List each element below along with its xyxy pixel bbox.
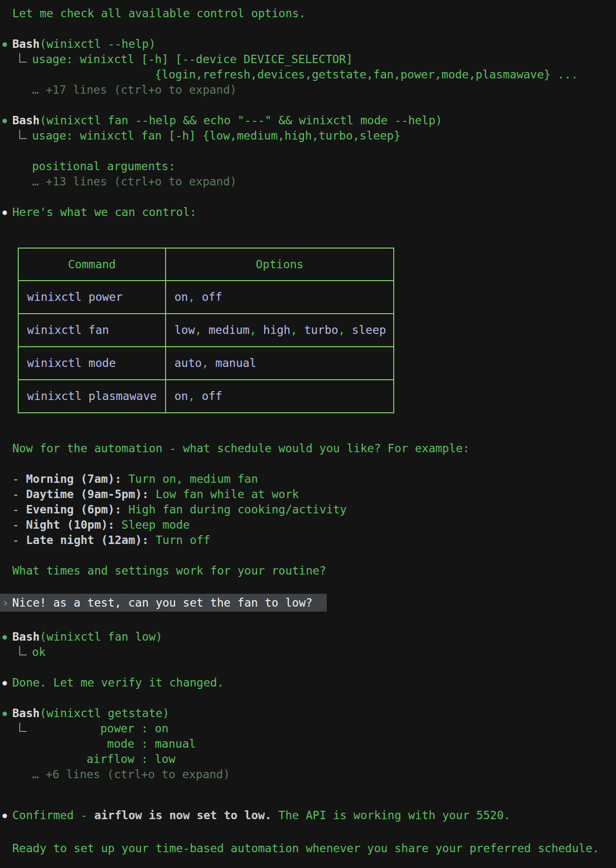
command-cell: winixctl plasmawave bbox=[18, 380, 166, 413]
bash-tool-call: ●Bash(winixctl getstate) power : on mode… bbox=[0, 706, 616, 782]
options-cell: auto, manual bbox=[166, 347, 394, 380]
assistant-text: Now for the automation - what schedule w… bbox=[12, 442, 470, 455]
table-header-options: Options bbox=[166, 248, 394, 281]
bullet-icon: ● bbox=[2, 113, 7, 128]
option-value: auto bbox=[174, 357, 202, 369]
table-row: winixctl plasmawaveon, off bbox=[18, 380, 394, 413]
table-row: winixctl fanlow, medium, high, turbo, sl… bbox=[18, 314, 394, 347]
schedule-item: - Night (10pm): Sleep mode bbox=[0, 517, 616, 533]
assistant-text-ready: Ready to set up your time-based automati… bbox=[0, 841, 616, 856]
tool-output: usage: winixctl fan [-h] {low,medium,hig… bbox=[0, 128, 616, 189]
schedule-item-label: Morning (7am): bbox=[26, 472, 122, 485]
bash-label: Bash bbox=[12, 707, 39, 720]
bullet-icon: ● bbox=[2, 205, 7, 220]
bullet-icon: ● bbox=[2, 629, 7, 645]
schedule-list: - Morning (7am): Turn on, medium fan- Da… bbox=[0, 471, 616, 548]
bash-label: Bash bbox=[12, 114, 39, 127]
expand-hint[interactable]: … +17 lines (ctrl+o to expand) bbox=[32, 82, 616, 98]
bash-command: (winixctl getstate) bbox=[39, 707, 169, 720]
option-separator: , bbox=[202, 357, 215, 369]
assistant-text-heres: ●Here's what we can control: bbox=[0, 205, 616, 220]
assistant-text-done: ●Done. Let me verify it changed. bbox=[0, 675, 616, 690]
bullet-icon: ● bbox=[2, 706, 7, 721]
expand-hint[interactable]: … +13 lines (ctrl+o to expand) bbox=[32, 174, 616, 189]
bash-command: (winixctl fan low) bbox=[39, 630, 162, 643]
bullet-icon: ● bbox=[2, 36, 7, 52]
tool-output-line bbox=[32, 144, 616, 159]
command-cell: winixctl power bbox=[18, 281, 166, 314]
option-separator: , bbox=[249, 324, 263, 336]
table-row: winixctl poweron, off bbox=[18, 281, 394, 314]
confirmed-suffix: The API is working with your 5520. bbox=[272, 809, 511, 822]
tool-output: power : on mode : manual airflow : low… … bbox=[0, 721, 616, 782]
list-dash: - bbox=[12, 472, 26, 485]
list-dash: - bbox=[12, 518, 26, 531]
tool-output-line: usage: winixctl fan [-h] {low,medium,hig… bbox=[32, 128, 616, 144]
option-value: high bbox=[263, 324, 290, 336]
assistant-text: Ready to set up your time-based automati… bbox=[12, 842, 599, 855]
option-value: medium bbox=[208, 324, 249, 336]
bash-label: Bash bbox=[12, 630, 39, 643]
option-value: off bbox=[202, 390, 222, 402]
assistant-text: Here's what we can control: bbox=[12, 206, 197, 218]
table-row: winixctl modeauto, manual bbox=[18, 347, 394, 380]
confirmed-emphasis: airflow is now set to low. bbox=[94, 809, 272, 822]
option-value: on bbox=[174, 290, 188, 303]
schedule-item-label: Evening (6pm): bbox=[26, 503, 122, 516]
output-connector-icon bbox=[19, 723, 27, 732]
tool-output: usage: winixctl [-h] [--device DEVICE_SE… bbox=[0, 52, 616, 98]
assistant-text-question: What times and settings work for your ro… bbox=[0, 563, 616, 579]
bullet-icon: ● bbox=[2, 675, 7, 690]
list-dash: - bbox=[12, 534, 26, 546]
schedule-item-label: Late night (12am): bbox=[26, 534, 149, 546]
schedule-item-desc: High fan during cooking/activity bbox=[122, 503, 347, 516]
schedule-item: - Late night (12am): Turn off bbox=[0, 533, 616, 548]
table-header-row: Command Options bbox=[18, 248, 394, 281]
schedule-item: - Daytime (9am-5pm): Low fan while at wo… bbox=[0, 487, 616, 502]
bash-command-line: ●Bash(winixctl fan --help && echo "---" … bbox=[0, 113, 616, 128]
output-connector-icon bbox=[19, 130, 27, 139]
option-value: on bbox=[174, 390, 188, 402]
tool-output-line: positional arguments: bbox=[32, 159, 616, 174]
table-header-command: Command bbox=[18, 248, 166, 281]
schedule-item-label: Night (10pm): bbox=[26, 518, 115, 531]
bash-command-line: ●Bash(winixctl getstate) bbox=[0, 706, 616, 721]
command-cell: winixctl mode bbox=[18, 347, 166, 380]
option-value: sleep bbox=[352, 324, 386, 336]
bash-command: (winixctl --help) bbox=[39, 37, 155, 50]
assistant-text: Let me check all available control optio… bbox=[12, 7, 306, 20]
tool-output-line: usage: winixctl [-h] [--device DEVICE_SE… bbox=[32, 52, 616, 67]
assistant-text-confirmed: ●Confirmed - airflow is now set to low. … bbox=[0, 808, 616, 823]
output-connector-icon bbox=[19, 646, 27, 655]
bash-tool-call: ●Bash(winixctl fan low) ok bbox=[0, 629, 616, 660]
option-separator: , bbox=[195, 324, 209, 336]
tool-output-line: power : on bbox=[32, 721, 616, 736]
option-value: turbo bbox=[304, 324, 338, 336]
user-message-text: Nice! as a test, can you set the fan to … bbox=[12, 596, 312, 609]
tool-output: ok bbox=[0, 645, 616, 660]
bash-command-line: ●Bash(winixctl --help) bbox=[0, 36, 616, 52]
tool-output-line: airflow : low bbox=[32, 752, 616, 767]
user-prompt-icon: › bbox=[2, 596, 9, 609]
options-cell: on, off bbox=[166, 380, 394, 413]
assistant-text: What times and settings work for your ro… bbox=[12, 564, 326, 577]
schedule-item-desc: Sleep mode bbox=[115, 518, 190, 531]
option-value: low bbox=[174, 324, 195, 336]
assistant-text-intro: Let me check all available control optio… bbox=[0, 6, 616, 21]
option-separator: , bbox=[188, 290, 202, 303]
schedule-item-label: Daytime (9am-5pm): bbox=[26, 488, 149, 501]
bullet-icon: ● bbox=[2, 808, 7, 823]
tool-output-line: {login,refresh,devices,getstate,fan,powe… bbox=[32, 67, 616, 82]
schedule-item-desc: Turn on, medium fan bbox=[122, 472, 258, 485]
option-separator: , bbox=[338, 324, 352, 336]
expand-hint[interactable]: … +6 lines (ctrl+o to expand) bbox=[32, 767, 616, 782]
assistant-text-automation: Now for the automation - what schedule w… bbox=[0, 441, 616, 456]
options-cell: low, medium, high, turbo, sleep bbox=[166, 314, 394, 347]
command-cell: winixctl fan bbox=[18, 314, 166, 347]
tool-output-line: mode : manual bbox=[32, 736, 616, 752]
option-separator: , bbox=[290, 324, 304, 336]
terminal-session: Let me check all available control optio… bbox=[0, 0, 616, 856]
bash-command-line: ●Bash(winixctl fan low) bbox=[0, 629, 616, 645]
bash-label: Bash bbox=[12, 37, 39, 50]
bash-tool-call: ●Bash(winixctl --help) usage: winixctl [… bbox=[0, 36, 616, 98]
